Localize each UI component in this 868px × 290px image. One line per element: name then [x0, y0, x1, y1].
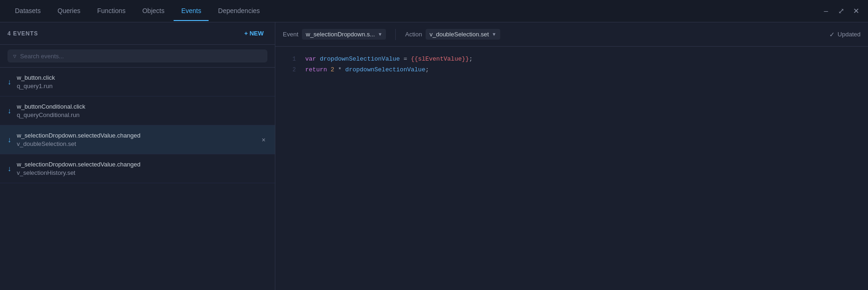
event-selector: Event w_selectionDropdown.s... ▼ — [283, 29, 386, 40]
event-arrow-icon: ↓ — [7, 165, 11, 173]
code-line: 1var dropdownSelectionValue = {{slEventV… — [275, 54, 868, 65]
event-list-item[interactable]: ↓w_buttonConditional.clickq_queryConditi… — [0, 97, 275, 125]
event-trigger: w_selectionDropdown.selectedValue.change… — [17, 132, 260, 139]
event-trigger: w_buttonConditional.click — [17, 103, 267, 110]
event-label: Event — [283, 31, 298, 38]
action-chevron-icon: ▼ — [492, 32, 497, 37]
event-trigger: w_selectionDropdown.selectedValue.change… — [17, 161, 267, 168]
search-input-wrap: ▿ — [7, 49, 267, 62]
line-number: 1 — [283, 55, 296, 64]
updated-badge: ✓ Updated — [829, 31, 861, 38]
line-number: 2 — [283, 65, 296, 75]
event-arrow-icon: ↓ — [7, 107, 11, 115]
event-text: w_selectionDropdown.selectedValue.change… — [17, 161, 267, 176]
left-panel: 4 EVENTS + NEW ▿ ↓w_button.clickq_query1… — [0, 22, 275, 290]
minimize-button[interactable]: – — [821, 7, 831, 15]
event-text: w_selectionDropdown.selectedValue.change… — [17, 132, 260, 147]
toolbar-divider-1 — [395, 29, 396, 40]
action-dropdown[interactable]: v_doubleSelection.set ▼ — [426, 29, 500, 40]
events-list: ↓w_button.clickq_query1.run↓w_buttonCond… — [0, 68, 275, 290]
maximize-button[interactable]: ⤢ — [836, 7, 846, 15]
code-editor[interactable]: 1var dropdownSelectionValue = {{slEventV… — [275, 47, 868, 290]
top-nav: DatasetsQueriesFunctionsObjectsEventsDep… — [0, 0, 868, 22]
editor-toolbar: Event w_selectionDropdown.s... ▼ Action … — [275, 22, 868, 47]
close-button[interactable]: ✕ — [851, 7, 861, 15]
event-chevron-icon: ▼ — [378, 32, 382, 37]
search-bar: ▿ — [0, 45, 275, 68]
nav-tab-dependencies[interactable]: Dependencies — [210, 1, 267, 21]
code-content: var dropdownSelectionValue = {{slEventVa… — [305, 55, 473, 64]
left-header: 4 EVENTS + NEW — [0, 22, 275, 45]
event-list-item[interactable]: ↓w_button.clickq_query1.run — [0, 68, 275, 97]
action-value: v_doubleSelection.set — [429, 31, 489, 38]
events-count-label: 4 EVENTS — [7, 30, 38, 37]
event-list-item[interactable]: ↓w_selectionDropdown.selectedValue.chang… — [0, 154, 275, 183]
nav-tab-objects[interactable]: Objects — [135, 1, 172, 21]
nav-tabs: DatasetsQueriesFunctionsObjectsEventsDep… — [7, 1, 267, 21]
window-controls: – ⤢ ✕ — [821, 7, 861, 15]
nav-tab-queries[interactable]: Queries — [50, 1, 88, 21]
action-selector: Action v_doubleSelection.set ▼ — [405, 29, 500, 40]
event-action: v_doubleSelection.set — [17, 140, 260, 147]
new-event-button[interactable]: + NEW — [240, 28, 267, 39]
code-content: return 2 * dropdownSelectionValue; — [305, 65, 429, 75]
event-action: v_selectionHistory.set — [17, 169, 267, 176]
event-arrow-icon: ↓ — [7, 136, 11, 144]
nav-tab-functions[interactable]: Functions — [90, 1, 133, 21]
event-arrow-icon: ↓ — [7, 78, 11, 86]
event-action: q_queryConditional.run — [17, 111, 267, 118]
action-label: Action — [405, 31, 422, 38]
main-layout: 4 EVENTS + NEW ▿ ↓w_button.clickq_query1… — [0, 22, 868, 290]
event-close-button[interactable]: × — [260, 134, 267, 145]
code-line: 2return 2 * dropdownSelectionValue; — [275, 65, 868, 76]
event-trigger: w_button.click — [17, 74, 267, 81]
event-value: w_selectionDropdown.s... — [306, 31, 375, 38]
event-dropdown[interactable]: w_selectionDropdown.s... ▼ — [302, 29, 386, 40]
search-icon: ▿ — [13, 52, 16, 60]
nav-tab-events[interactable]: Events — [174, 1, 209, 21]
event-text: w_buttonConditional.clickq_queryConditio… — [17, 103, 267, 118]
checkmark-icon: ✓ — [829, 31, 835, 38]
event-list-item[interactable]: ↓w_selectionDropdown.selectedValue.chang… — [0, 125, 275, 154]
event-action: q_query1.run — [17, 83, 267, 90]
right-panel: Event w_selectionDropdown.s... ▼ Action … — [275, 22, 868, 290]
search-input[interactable] — [20, 53, 262, 60]
event-text: w_button.clickq_query1.run — [17, 74, 267, 90]
updated-label: Updated — [838, 31, 861, 38]
nav-tab-datasets[interactable]: Datasets — [7, 1, 48, 21]
